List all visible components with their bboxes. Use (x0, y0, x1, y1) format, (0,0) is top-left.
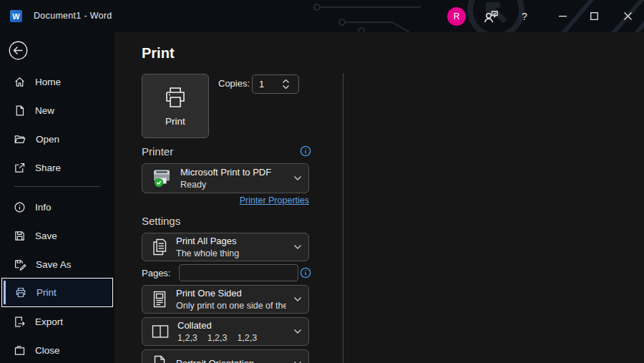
panel-scrollbar[interactable] (343, 73, 343, 363)
maximize-button[interactable] (582, 0, 605, 32)
collation-title: Collated (177, 319, 286, 332)
printer-status: Ready (180, 179, 286, 190)
orientation-selection: Portrait Orientation (176, 357, 286, 363)
sidebar-item-print[interactable]: Print (1, 278, 113, 307)
sidebar-item-label: Save As (36, 259, 72, 270)
page-title: Print (142, 45, 175, 62)
chevron-down-icon (294, 297, 301, 301)
collation-subtitle: 1,2,3 1,2,3 1,2,3 (177, 332, 286, 344)
share-icon (14, 162, 26, 174)
home-icon (14, 76, 26, 88)
duplex-subtitle: Only print on one side of the... (176, 300, 286, 311)
print-icon (14, 286, 27, 299)
sidebar-item-label: Share (35, 163, 61, 173)
orientation-title: Portrait Orientation (176, 357, 286, 363)
pages-info-icon[interactable] (300, 267, 311, 279)
printer-icon (162, 85, 189, 110)
sidebar-item-label: Info (35, 202, 52, 213)
orientation-dropdown[interactable]: Portrait Orientation (142, 349, 309, 363)
maximize-icon (590, 12, 598, 20)
portrait-icon (151, 354, 168, 363)
spinner-up-icon (283, 79, 289, 83)
new-document-icon (14, 105, 26, 117)
duplex-dropdown[interactable]: Print One Sided Only print on one side o… (142, 285, 309, 314)
pages-input[interactable] (179, 264, 298, 281)
print-button[interactable]: Print (142, 74, 209, 138)
copies-label: Copies: (218, 78, 250, 89)
sidebar-item-save-as[interactable]: Save As (0, 250, 114, 279)
sidebar-divider (14, 186, 100, 187)
minimize-button[interactable] (551, 0, 574, 32)
save-as-icon (14, 258, 26, 271)
copies-spinner[interactable] (283, 79, 289, 89)
copies-stepper (252, 74, 299, 94)
settings-section-heading: Settings (142, 215, 180, 227)
sidebar-item-info[interactable]: Info (0, 193, 114, 221)
sidebar-item-open[interactable]: Open (0, 125, 114, 153)
sidebar-item-export[interactable]: Export (0, 307, 114, 336)
sidebar-item-label: Export (35, 316, 63, 327)
print-button-label: Print (165, 116, 185, 127)
printer-status-icon (151, 168, 172, 188)
sidebar-item-label: Close (35, 345, 60, 356)
sidebar-item-home[interactable]: Home (0, 67, 114, 96)
printer-info-icon[interactable] (300, 145, 311, 157)
back-button[interactable] (9, 41, 28, 60)
one-sided-icon (151, 290, 168, 309)
save-icon (14, 230, 26, 242)
printer-select-dropdown[interactable]: Microsoft Print to PDF Ready (142, 163, 309, 193)
print-range-selection: Print All Pages The whole thing (176, 235, 286, 259)
sidebar-item-label: Save (35, 231, 57, 241)
close-document-icon (14, 344, 26, 357)
printer-properties-link[interactable]: Printer Properties (142, 195, 309, 205)
close-icon (624, 12, 632, 20)
duplex-title: Print One Sided (176, 287, 286, 300)
print-range-subtitle: The whole thing (176, 248, 286, 259)
sidebar-item-label: Open (36, 134, 59, 145)
collation-selection: Collated 1,2,3 1,2,3 1,2,3 (177, 319, 286, 344)
person-bubble-icon (483, 9, 499, 24)
collated-icon (151, 324, 170, 339)
collation-dropdown[interactable]: Collated 1,2,3 1,2,3 1,2,3 (142, 317, 309, 346)
word-app-icon: W (10, 10, 22, 22)
printer-selection: Microsoft Print to PDF Ready (180, 166, 286, 190)
chevron-down-icon (294, 176, 301, 180)
help-button[interactable]: ? (514, 0, 535, 32)
back-arrow-icon (9, 41, 28, 60)
print-range-title: Print All Pages (176, 235, 286, 248)
title-bar: W Document1 - Word R ? (0, 0, 644, 32)
sidebar-item-close[interactable]: Close (0, 336, 114, 363)
presenter-mode-button[interactable] (479, 0, 502, 32)
sidebar-item-label: Home (35, 77, 61, 87)
close-window-button[interactable] (616, 0, 639, 32)
chevron-down-icon (294, 329, 301, 334)
sidebar-item-new[interactable]: New (0, 96, 114, 125)
sidebar-item-share[interactable]: Share (0, 153, 114, 182)
account-avatar[interactable]: R (447, 7, 466, 26)
backstage-sidebar: Home New Open Share Info Save Save As (0, 32, 114, 363)
chevron-down-icon (294, 245, 301, 249)
spinner-down-icon (283, 85, 289, 89)
window-title: Document1 - Word (34, 0, 112, 32)
sidebar-item-label: New (35, 105, 54, 116)
pages-label: Pages: (142, 268, 170, 279)
sidebar-item-label: Print (36, 287, 57, 298)
printer-name: Microsoft Print to PDF (180, 166, 286, 179)
open-folder-icon (14, 133, 26, 145)
printer-section-heading: Printer (142, 145, 173, 158)
sidebar-item-save[interactable]: Save (0, 221, 114, 250)
print-range-dropdown[interactable]: Print All Pages The whole thing (142, 233, 309, 261)
print-settings-panel: Print Print Copies: Printer (114, 32, 644, 363)
minimize-icon (559, 16, 567, 17)
copies-input[interactable] (253, 75, 281, 93)
export-icon (14, 316, 26, 328)
duplex-selection: Print One Sided Only print on one side o… (176, 287, 286, 311)
info-icon (14, 201, 26, 213)
word-backstage-window: W Document1 - Word R ? (0, 0, 644, 363)
all-pages-icon (151, 238, 168, 256)
